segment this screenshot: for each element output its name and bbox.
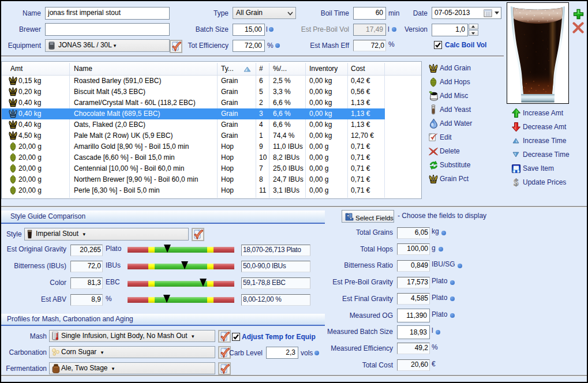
svg-text:$: $ [514, 177, 519, 187]
